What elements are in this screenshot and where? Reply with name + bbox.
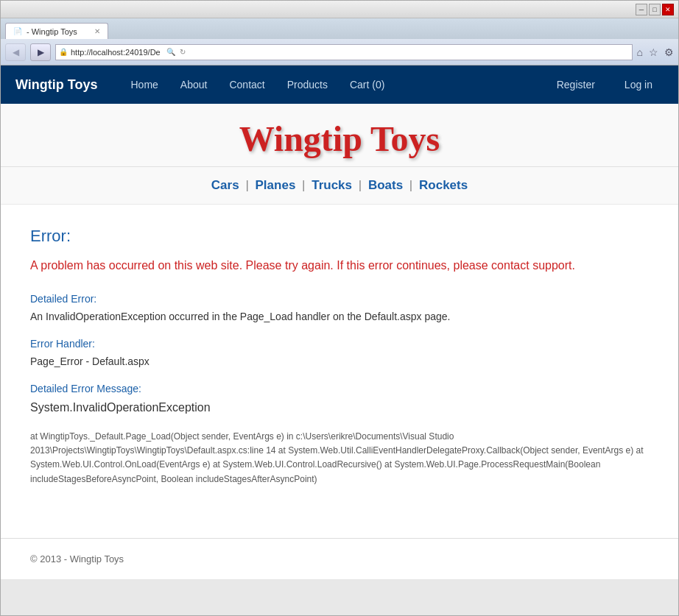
tab-favicon-icon: 📄 [13,27,22,35]
browser-tab[interactable]: 📄 - Wingtip Toys ✕ [5,23,108,39]
site-title: Wingtip Toys [1,118,678,159]
browser-toolbar-icons: ⌂ ☆ ⚙ [637,46,674,58]
forward-button[interactable]: ▶ [30,43,51,61]
search-icon: 🔍 [166,48,175,56]
category-planes[interactable]: Planes [256,178,296,192]
sep-1: | [242,178,253,192]
sep-4: | [406,178,416,192]
stack-trace: at WingtipToys._Default.Page_Load(Object… [30,430,649,486]
sep-2: | [298,178,309,192]
site-footer: © 2013 - Wingtip Toys [1,538,678,579]
category-boats[interactable]: Boats [368,178,403,192]
error-message: A problem has occurred on this web site.… [30,257,649,275]
window-controls: ─ □ ✕ [636,4,674,15]
site-content: Wingtip Toys Home About Contact Products… [1,66,678,579]
error-handler-label: Error Handler: [30,338,649,350]
nav-about[interactable]: About [169,79,219,91]
tab-bar: 📄 - Wingtip Toys ✕ [1,18,678,39]
category-cars[interactable]: Cars [211,178,239,192]
minimize-button[interactable]: ─ [636,4,647,15]
nav-right: Register Log in [546,79,664,91]
category-trucks[interactable]: Trucks [312,178,352,192]
address-box[interactable]: 🔒 http://localhost:24019/De 🔍 ↻ [55,44,633,60]
home-icon[interactable]: ⌂ [637,46,643,58]
detailed-error-value: An InvalidOperationException occurred in… [30,309,649,325]
back-button[interactable]: ◀ [5,43,26,61]
nav-cart[interactable]: Cart (0) [339,79,395,91]
footer-copyright: © 2013 - Wingtip Toys [30,553,124,564]
address-bar-row: ◀ ▶ 🔒 http://localhost:24019/De 🔍 ↻ ⌂ ☆ … [1,39,678,66]
tab-close-button[interactable]: ✕ [94,27,100,35]
nav-products[interactable]: Products [276,79,339,91]
nav-contact[interactable]: Contact [218,79,275,91]
error-heading: Error: [30,227,649,246]
address-favicon-icon: 🔒 [59,48,68,56]
category-links: Cars | Planes | Trucks | Boats | Rockets [1,167,678,205]
favorites-icon[interactable]: ☆ [649,46,658,58]
detailed-error-label: Detailed Error: [30,293,649,305]
settings-icon[interactable]: ⚙ [664,46,674,58]
site-navbar: Wingtip Toys Home About Contact Products… [1,66,678,104]
restore-button[interactable]: □ [649,4,661,15]
sep-3: | [355,178,365,192]
title-bar: ─ □ ✕ [1,1,678,18]
page-header: Wingtip Toys [1,104,678,167]
refresh-small-icon: ↻ [180,48,186,56]
nav-register[interactable]: Register [546,79,606,91]
nav-login[interactable]: Log in [613,79,664,91]
site-brand[interactable]: Wingtip Toys [15,77,98,93]
nav-links: Home About Contact Products Cart (0) [120,79,546,91]
detailed-error-message-label: Detailed Error Message: [30,383,649,394]
back-icon: ◀ [13,47,19,57]
address-url: http://localhost:24019/De [71,48,161,57]
tab-title: - Wingtip Toys [27,27,77,36]
error-handler-value: Page_Error - Default.aspx [30,354,649,369]
category-rockets[interactable]: Rockets [419,178,468,192]
close-button[interactable]: ✕ [662,4,674,15]
error-content: Error: A problem has occurred on this we… [1,205,678,523]
nav-home[interactable]: Home [120,79,169,91]
detailed-error-message-value: System.InvalidOperationException [30,399,649,417]
forward-icon: ▶ [38,47,44,57]
